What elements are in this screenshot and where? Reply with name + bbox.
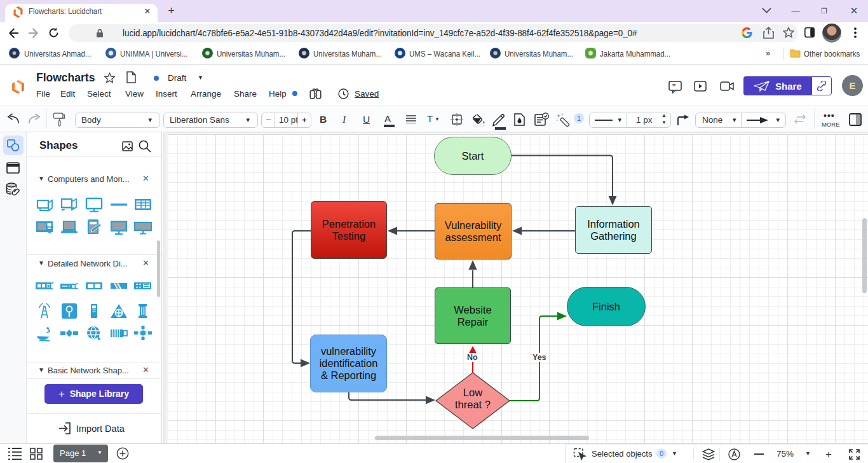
svg-text:”: ” [672, 82, 676, 91]
